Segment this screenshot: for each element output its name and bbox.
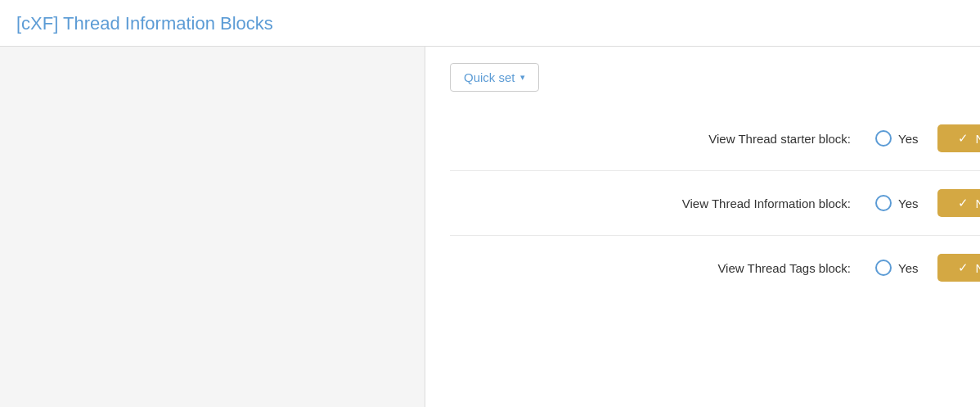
row-label-3: View Thread Tags block: — [450, 261, 875, 275]
radio-circle-yes-2[interactable] — [875, 195, 892, 211]
right-panel: Quick set ▾ View Thread starter block: Y… — [425, 47, 980, 407]
yes-label: Yes — [898, 132, 918, 146]
no-label-3: No — [975, 261, 980, 275]
permission-row-view-thread-information: View Thread Information block: Yes ✓ No … — [450, 171, 980, 236]
left-panel — [0, 47, 425, 407]
permission-row-view-thread-starter: View Thread starter block: Yes ✓ No Neve… — [450, 106, 980, 171]
selected-no-thread-tags[interactable]: ✓ No — [937, 254, 980, 282]
permission-row-view-thread-tags: View Thread Tags block: Yes ✓ No Never — [450, 236, 980, 300]
radio-yes-thread-starter[interactable]: Yes — [875, 130, 918, 147]
selected-no-thread-starter[interactable]: ✓ No — [937, 124, 980, 152]
yes-label-2: Yes — [898, 196, 918, 210]
quick-set-label: Quick set — [464, 70, 515, 84]
yes-label-3: Yes — [898, 261, 918, 275]
radio-yes-thread-info[interactable]: Yes — [875, 195, 918, 211]
selected-no-thread-info[interactable]: ✓ No — [937, 189, 980, 217]
check-icon: ✓ — [958, 131, 969, 146]
row-label-2: View Thread Information block: — [450, 196, 875, 210]
radio-yes-thread-tags[interactable]: Yes — [875, 260, 918, 276]
check-icon-2: ✓ — [958, 196, 969, 210]
row-label: View Thread starter block: — [450, 132, 875, 146]
radio-circle-yes-3[interactable] — [875, 260, 892, 276]
no-label-2: No — [975, 196, 980, 210]
chevron-down-icon: ▾ — [520, 72, 525, 83]
no-label: No — [975, 132, 980, 146]
page-title: [cXF] Thread Information Blocks — [16, 13, 964, 34]
page-header: [cXF] Thread Information Blocks — [0, 0, 980, 47]
quick-set-button[interactable]: Quick set ▾ — [450, 63, 539, 92]
check-icon-3: ✓ — [958, 260, 969, 275]
radio-circle-yes[interactable] — [875, 130, 892, 147]
